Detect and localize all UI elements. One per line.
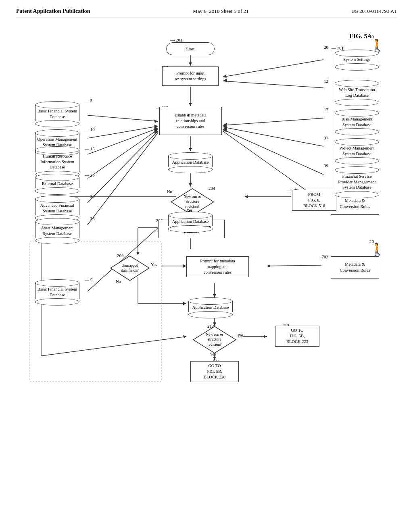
go-to-5b-220-box: GO TO FIG. 5B, BLOCK 220 [190, 361, 239, 382]
svg-marker-23 [183, 302, 186, 305]
svg-line-46 [223, 127, 323, 146]
no-label-212: No [238, 333, 243, 337]
ref-5-top: — 5 [85, 98, 92, 103]
ref-37: 37 [324, 135, 328, 140]
svg-marker-51 [223, 129, 227, 132]
yes-label-212: Yes [210, 352, 216, 356]
svg-marker-33 [154, 127, 158, 130]
svg-marker-41 [223, 75, 227, 78]
svg-line-54 [267, 265, 321, 266]
db-proj-mgmt: Project Management System Database [335, 138, 379, 164]
from-fig8-box: FROM FIG. 8, BLOCK 516 [292, 190, 336, 211]
db-fin-service: Financial Service Provider Management Sy… [335, 166, 379, 198]
start-box: Start [166, 42, 215, 55]
establish-metadata-box: Establish metadata relationships and con… [159, 107, 222, 135]
ref-39: 39 [324, 163, 328, 168]
svg-marker-16 [183, 264, 186, 268]
svg-marker-3 [189, 103, 192, 106]
ref-201: — 201 [170, 37, 182, 42]
app-db-50a: Application Database [168, 152, 213, 173]
diamond-212: New run or structure revision? [192, 326, 237, 354]
go-to-5b-223-box: GO TO FIG. 5B, BLOCK 223 [275, 326, 319, 347]
app-db-50b: Application Database [168, 212, 213, 233]
fig-label: FIG. 5A [349, 33, 372, 40]
svg-marker-5 [189, 148, 192, 151]
header-date-sheet: May 6, 2010 Sheet 5 of 21 [193, 8, 248, 15]
svg-marker-39 [154, 131, 158, 134]
ref-30: — 30 [85, 194, 95, 199]
ref-702b: 702 [322, 254, 329, 259]
app-db-50c: Application Database [188, 297, 233, 318]
db-basic-fin-low: Basic Financial System Database [35, 279, 79, 305]
svg-marker-63 [111, 256, 149, 281]
svg-line-38 [88, 133, 158, 225]
svg-line-34 [88, 129, 158, 179]
yes-label-unmapped: Yes [151, 262, 157, 267]
ref-10: — 10 [85, 127, 95, 132]
svg-line-60 [41, 337, 186, 356]
page: Patent Application Publication May 6, 20… [0, 0, 413, 532]
ref-15: — 15 [85, 146, 95, 151]
svg-marker-45 [223, 123, 227, 126]
svg-line-32 [88, 128, 158, 154]
svg-marker-7 [189, 183, 192, 187]
header-title: Patent Application Publication [16, 8, 90, 15]
svg-line-44 [223, 118, 323, 125]
svg-marker-35 [154, 128, 158, 131]
svg-marker-43 [223, 79, 227, 82]
svg-marker-1 [189, 62, 192, 66]
svg-line-48 [223, 129, 323, 175]
no-label-204: No [167, 189, 172, 194]
ref-20-system: 20 [324, 45, 328, 50]
svg-marker-12 [136, 252, 140, 255]
page-header: Patent Application Publication May 6, 20… [16, 8, 397, 17]
prompt-input-box: Prompt for input re: system settings [162, 66, 219, 86]
svg-line-42 [223, 81, 323, 88]
db-risk-mgmt: Risk Management System Database [335, 109, 379, 135]
meta-conv-box-2: Metadata & Conversion Rules [331, 256, 379, 278]
ref-35: — 35 [85, 216, 95, 221]
ref-17: 17 [324, 107, 328, 112]
svg-marker-49 [223, 127, 227, 130]
db-asset: Asset Management System Database [35, 218, 79, 244]
no-label-unmapped: No [116, 279, 121, 284]
svg-line-36 [88, 131, 158, 203]
ref-5-low: — 5 [85, 277, 92, 282]
db-external: External Database [35, 174, 79, 195]
svg-marker-47 [223, 125, 227, 128]
header-patent-number: US 2010/0114793 A1 [351, 8, 397, 15]
svg-marker-18 [213, 294, 216, 297]
svg-marker-55 [267, 264, 270, 268]
prompt-metadata-box: Prompt for metadata mapping and conversi… [186, 256, 249, 277]
svg-marker-64 [193, 326, 236, 353]
svg-marker-31 [154, 125, 158, 128]
svg-marker-61 [183, 335, 186, 338]
diamond-209: Unmapped data fields? [110, 255, 150, 281]
db-system-settings: System Settings [335, 50, 379, 71]
svg-marker-29 [154, 120, 158, 123]
svg-marker-37 [154, 129, 158, 133]
db-basic-fin-top: Basic Financial System Database [35, 101, 79, 127]
db-web-site: Web Site Transaction Log Database [335, 80, 379, 106]
ref-12: 12 [324, 79, 328, 83]
svg-line-28 [88, 115, 158, 121]
ref-25: — 25 [85, 172, 95, 177]
svg-marker-57 [155, 228, 158, 231]
svg-marker-25 [264, 335, 267, 338]
person-icon-bottom: 🚶 [370, 242, 385, 256]
diagram-area: FIG. 5A 20 🚶 — 701 — 201 Start 20 System… [17, 21, 396, 497]
svg-line-30 [88, 126, 158, 138]
svg-marker-53 [245, 195, 248, 198]
svg-line-40 [223, 60, 323, 77]
